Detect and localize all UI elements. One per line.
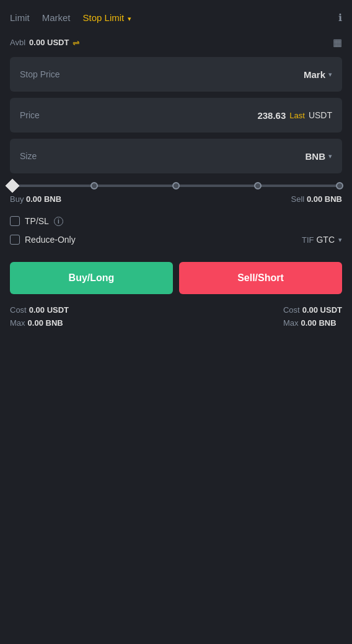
tpsl-checkbox[interactable] (10, 216, 20, 226)
price-value: 238.63 (257, 110, 286, 121)
price-field[interactable]: Price 238.63 Last USDT (10, 98, 342, 133)
buy-info: Buy 0.00 BNB (10, 194, 61, 204)
buy-cost-label: Cost (10, 305, 27, 315)
buy-cost-row: Cost 0.00 USDT (10, 305, 69, 315)
tif-label: TIF (302, 235, 314, 245)
sell-cost-row: Cost 0.00 USDT (283, 305, 342, 315)
calculator-icon[interactable]: ▦ (333, 37, 342, 48)
tif-dropdown-arrow: ▾ (338, 236, 342, 244)
sell-cost-value: 0.00 USDT (302, 305, 342, 315)
tab-stop-limit[interactable]: Stop Limit ▾ (83, 10, 132, 25)
tpsl-row: TP/SL i (10, 216, 342, 226)
tab-limit[interactable]: Limit (10, 10, 30, 25)
buy-max-label: Max (10, 318, 25, 328)
buy-value: 0.00 BNB (26, 194, 61, 204)
tif-value: GTC (316, 235, 335, 245)
size-dropdown[interactable]: BNB ▾ (306, 151, 333, 162)
buy-max-value: 0.00 BNB (28, 318, 63, 328)
sell-short-button[interactable]: Sell/Short (179, 262, 342, 294)
sell-max-row: Max 0.00 BNB (283, 318, 342, 328)
price-tag[interactable]: Last (289, 111, 305, 120)
size-field[interactable]: Size BNB ▾ (10, 139, 342, 173)
slider-tick-75[interactable] (254, 182, 262, 189)
slider-track[interactable] (12, 185, 340, 187)
buy-cost-value: 0.00 USDT (29, 305, 69, 315)
sell-max-label: Max (283, 318, 299, 328)
sell-cost-max-col: Cost 0.00 USDT Max 0.00 BNB (283, 305, 342, 328)
avbl-left: Avbl 0.00 USDT ⇌ (10, 38, 80, 48)
slider-thumb[interactable] (6, 179, 20, 193)
avbl-row: Avbl 0.00 USDT ⇌ ▦ (10, 37, 342, 48)
sell-value: 0.00 BNB (307, 194, 342, 204)
reduce-only-label: Reduce-Only (25, 235, 297, 245)
price-label: Price (20, 110, 40, 120)
avbl-value: 0.00 USDT (29, 38, 69, 47)
tif-selector[interactable]: TIF GTC ▾ (302, 235, 342, 245)
cost-max-container: Cost 0.00 USDT Max 0.00 BNB Cost 0.00 US… (10, 305, 342, 328)
slider-tick-100[interactable] (336, 182, 343, 189)
size-label: Size (20, 151, 37, 161)
tab-market[interactable]: Market (42, 10, 71, 25)
buy-label: Buy (10, 194, 24, 204)
stop-price-label: Stop Price (20, 69, 60, 79)
info-icon[interactable]: ℹ (338, 12, 342, 24)
tpsl-info-icon[interactable]: i (54, 217, 63, 226)
stop-limit-dropdown-arrow[interactable]: ▾ (128, 15, 131, 22)
transfer-icon[interactable]: ⇌ (73, 38, 80, 48)
slider-container (10, 185, 342, 187)
slider-tick-25[interactable] (90, 182, 98, 189)
action-buttons: Buy/Long Sell/Short (10, 262, 342, 294)
bs-info-row: Buy 0.00 BNB Sell 0.00 BNB (10, 194, 342, 204)
mark-label: Mark (304, 69, 325, 80)
mark-dropdown-arrow: ▾ (328, 71, 332, 79)
sell-info: Sell 0.00 BNB (291, 194, 342, 204)
buy-cost-max-col: Cost 0.00 USDT Max 0.00 BNB (10, 305, 69, 328)
tpsl-label: TP/SL (25, 216, 49, 226)
size-dropdown-arrow: ▾ (328, 152, 332, 160)
stop-price-field[interactable]: Stop Price Mark ▾ (10, 57, 342, 92)
reduce-only-checkbox[interactable] (10, 235, 20, 245)
reduce-only-row: Reduce-Only TIF GTC ▾ (10, 235, 342, 245)
slider-tick-50[interactable] (172, 182, 180, 189)
avbl-label: Avbl (10, 38, 25, 47)
sell-label: Sell (291, 194, 305, 204)
tab-bar: Limit Market Stop Limit ▾ ℹ (10, 10, 342, 25)
mark-dropdown[interactable]: Mark ▾ (304, 69, 332, 80)
price-unit: USDT (309, 110, 332, 120)
buy-max-row: Max 0.00 BNB (10, 318, 69, 328)
buy-long-button[interactable]: Buy/Long (10, 262, 173, 294)
sell-max-value: 0.00 BNB (301, 318, 337, 328)
sell-cost-label: Cost (283, 305, 300, 315)
price-right: 238.63 Last USDT (257, 110, 332, 121)
size-unit: BNB (306, 151, 326, 162)
